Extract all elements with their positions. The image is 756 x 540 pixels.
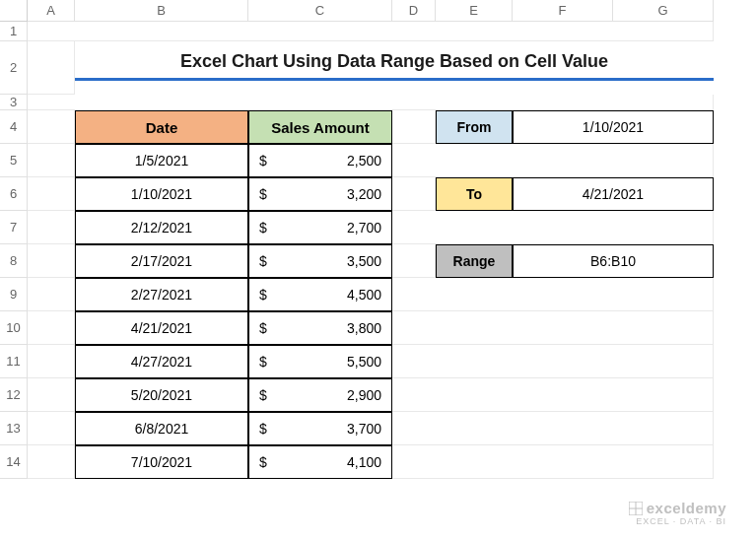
row-header-2[interactable]: 2 [0,41,28,95]
table-row[interactable]: $5,500 [248,345,392,378]
table-row[interactable]: 2/12/2021 [75,211,248,244]
from-label[interactable]: From [436,110,513,144]
table-row[interactable]: $4,500 [248,278,392,311]
col-header-C[interactable]: C [248,0,392,22]
watermark: exceldemy EXCEL · DATA · BI [629,500,726,526]
table-row[interactable]: 7/10/2021 [75,445,248,479]
col-header-A[interactable]: A [28,0,75,22]
amount-column-header[interactable]: Sales Amount [248,110,392,144]
table-row[interactable]: 2/17/2021 [75,244,248,278]
select-all-corner[interactable] [0,0,28,22]
table-row[interactable]: 2/27/2021 [75,278,248,311]
row-header-3[interactable]: 3 [0,95,28,110]
spreadsheet-grid: A B C D E F G 1 2 Excel Chart Using Data… [0,0,756,479]
row-header-13[interactable]: 13 [0,412,28,445]
range-label[interactable]: Range [436,244,513,278]
row-header-10[interactable]: 10 [0,311,28,345]
table-row[interactable]: 1/5/2021 [75,144,248,177]
table-row[interactable]: 4/21/2021 [75,311,248,345]
to-label[interactable]: To [436,177,513,211]
table-row[interactable]: $3,800 [248,311,392,345]
row-header-12[interactable]: 12 [0,378,28,412]
table-row[interactable]: $2,900 [248,378,392,412]
table-row[interactable]: $4,100 [248,445,392,479]
table-row[interactable]: 5/20/2021 [75,378,248,412]
title-text: Excel Chart Using Data Range Based on Ce… [180,51,608,72]
table-row[interactable]: 4/27/2021 [75,345,248,378]
col-header-B[interactable]: B [75,0,248,22]
row-header-11[interactable]: 11 [0,345,28,378]
table-row[interactable]: $3,500 [248,244,392,278]
table-row[interactable]: $3,200 [248,177,392,211]
table-row[interactable]: 6/8/2021 [75,412,248,445]
to-value[interactable]: 4/21/2021 [513,177,714,211]
title-underline [75,78,714,81]
row-header-6[interactable]: 6 [0,177,28,211]
table-row[interactable]: 1/10/2021 [75,177,248,211]
row-header-4[interactable]: 4 [0,110,28,144]
row-header-5[interactable]: 5 [0,144,28,177]
col-header-D[interactable]: D [392,0,436,22]
range-value[interactable]: B6:B10 [513,244,714,278]
table-row[interactable]: $2,500 [248,144,392,177]
table-row[interactable]: $3,700 [248,412,392,445]
row-header-9[interactable]: 9 [0,278,28,311]
page-title: Excel Chart Using Data Range Based on Ce… [75,41,714,95]
table-row[interactable]: $2,700 [248,211,392,244]
col-header-F[interactable]: F [513,0,613,22]
row-header-1[interactable]: 1 [0,22,28,41]
from-value[interactable]: 1/10/2021 [513,110,714,144]
row-header-7[interactable]: 7 [0,211,28,244]
col-header-E[interactable]: E [436,0,513,22]
date-column-header[interactable]: Date [75,110,248,144]
row-header-14[interactable]: 14 [0,445,28,479]
col-header-G[interactable]: G [613,0,714,22]
row-header-8[interactable]: 8 [0,244,28,278]
spreadsheet-icon [629,502,643,515]
